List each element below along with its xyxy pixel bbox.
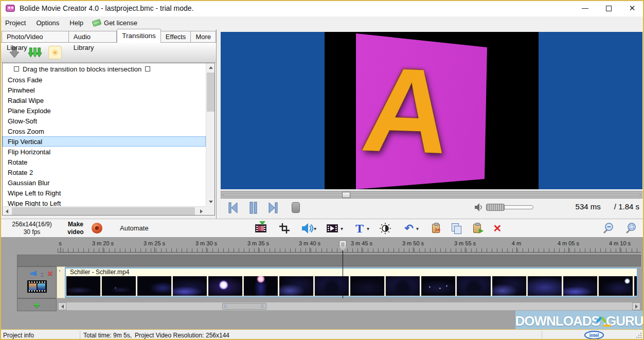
scroll-down-button[interactable]	[206, 198, 215, 206]
blue-speaker-icon	[301, 222, 313, 235]
tab-audio-library[interactable]: Audio Library	[69, 31, 117, 42]
clip-thumbnail	[563, 276, 597, 296]
maximize-button[interactable]	[597, 0, 620, 16]
automate-button[interactable]: Automate	[120, 224, 149, 232]
remove-track-icon[interactable]: ✕	[47, 270, 53, 277]
delete-button[interactable]: ✕	[491, 222, 504, 235]
ruler-label: 3 m 50 s	[402, 240, 424, 246]
add-text-button[interactable]: T	[353, 222, 366, 235]
triple-green-arrows-icon	[28, 46, 42, 59]
menu-help[interactable]: Help	[64, 16, 88, 29]
next-frame-button[interactable]	[267, 201, 280, 214]
previous-frame-button[interactable]	[226, 201, 239, 214]
transition-item[interactable]: Gaussian Blur	[3, 177, 206, 188]
crop-icon	[279, 223, 290, 234]
volume-knob[interactable]	[486, 204, 505, 211]
ruler-label: 4 m	[512, 240, 521, 246]
tab-photo-video-library[interactable]: Photo/Video Library	[2, 31, 69, 42]
transition-item[interactable]: Radial Wipe	[3, 95, 206, 105]
clip-volume-dropdown[interactable]: ▾	[314, 226, 316, 231]
tab-effects[interactable]: Effects	[161, 31, 191, 42]
record-button[interactable]	[92, 223, 102, 234]
vertical-scrollbar[interactable]	[206, 63, 214, 206]
ruler-label: 3 m 30 s	[195, 240, 217, 246]
clip-thumbnail	[137, 276, 171, 296]
transition-item[interactable]: Flip Vertical	[3, 136, 206, 147]
split-clip-button[interactable]	[254, 222, 267, 235]
ruler-label: s	[59, 240, 62, 246]
resize-grip[interactable]	[640, 337, 641, 338]
menu-project[interactable]: Project	[0, 16, 31, 29]
scroll-right-button[interactable]	[197, 207, 206, 216]
time-display: 534 ms / 1.84 s	[576, 202, 639, 211]
timeline-scrollbar[interactable]	[58, 302, 641, 311]
get-license-button[interactable]: Get license	[88, 19, 141, 27]
transition-item[interactable]: Wipe Left to Right	[3, 188, 206, 198]
horizontal-scroll-thumb[interactable]	[12, 207, 195, 215]
minimize-button[interactable]	[573, 0, 597, 16]
time-total: / 1.84 s	[614, 202, 639, 211]
clip-thumbnail	[350, 276, 384, 296]
tab-more[interactable]: More	[191, 31, 216, 42]
track-type-filmstrip-icon	[27, 280, 47, 293]
add-track-button[interactable]: +	[34, 300, 40, 310]
random-transition-button[interactable]: ✳	[48, 46, 62, 59]
resolution-value: 256x144	[206, 332, 229, 339]
resolution-label: Project Video Resolution:	[135, 332, 204, 339]
undo-icon: ↶	[404, 222, 414, 235]
ruler-baseline	[58, 252, 641, 253]
brightness-contrast-button[interactable]	[379, 222, 392, 235]
close-button[interactable]: ✕	[620, 0, 644, 16]
clip-effects-dropdown[interactable]: ▾	[341, 226, 343, 231]
vertical-scroll-thumb[interactable]	[207, 73, 214, 112]
list-hint-text: Drag the transition to blocks intersecti…	[23, 65, 141, 73]
track-speaker-icon[interactable]	[30, 270, 37, 277]
transition-item[interactable]: Cross Zoom	[3, 126, 206, 136]
seek-thumb[interactable]	[342, 192, 350, 198]
downloads-guru-watermark: DOWNLOADS .GURU	[515, 311, 643, 329]
resolution-text: 256x144(16/9)	[4, 221, 60, 228]
transition-item[interactable]: Flip Horizontal	[3, 147, 206, 157]
video-clip[interactable]: Schiller - Schiller.mp4	[65, 267, 638, 297]
block-icon	[145, 66, 150, 71]
status-bar: Project info Total time: 9m 5s, Project …	[0, 329, 644, 340]
clip-volume-button[interactable]	[300, 222, 314, 235]
pause-button[interactable]	[246, 201, 260, 214]
cut-button[interactable]: ✂	[429, 222, 442, 235]
timeline-scroll-right-button[interactable]	[632, 302, 640, 310]
transition-item[interactable]: Glow-Soft	[3, 116, 206, 126]
menu-options[interactable]: Options	[31, 16, 64, 29]
crop-button[interactable]	[278, 222, 291, 235]
video-preview: A	[221, 32, 642, 189]
mute-button[interactable]	[474, 203, 483, 214]
undo-button[interactable]: ↶	[402, 222, 416, 235]
scroll-up-button[interactable]	[206, 63, 215, 72]
make-video-button[interactable]: Make video	[61, 221, 91, 236]
transition-item[interactable]: Cross Fade	[3, 75, 206, 85]
transition-item[interactable]: Plane Explode	[3, 105, 206, 116]
undo-dropdown[interactable]: ▾	[416, 226, 419, 231]
paste-button[interactable]	[470, 222, 484, 235]
collapse-track-chevrons-icon[interactable]: ⌄⌄	[40, 271, 44, 276]
zoom-fit-button[interactable]	[624, 222, 638, 235]
volume-slider[interactable]	[486, 204, 533, 211]
zoom-fit-icon	[625, 222, 637, 235]
timeline-scroll-thumb[interactable]	[222, 303, 266, 310]
scroll-left-button[interactable]	[3, 207, 11, 216]
horizontal-scrollbar[interactable]	[3, 206, 206, 215]
transition-item[interactable]: Wipe Right to Left	[3, 198, 206, 206]
transition-item[interactable]: Pinwheel	[3, 85, 206, 95]
copy-button[interactable]	[450, 222, 463, 235]
speaker-icon	[474, 203, 483, 212]
transition-item[interactable]: Rotate	[3, 157, 206, 167]
clip-effects-button[interactable]	[326, 222, 339, 235]
preview-seekbar[interactable]	[221, 191, 642, 199]
stop-button[interactable]	[292, 202, 300, 213]
add-transition-everywhere-button[interactable]	[28, 45, 42, 60]
tab-transitions[interactable]: Transitions	[117, 29, 161, 43]
title-bar: Bolide Movie Creator 4.0 - lastproject.b…	[0, 0, 644, 16]
add-text-dropdown[interactable]: ▾	[367, 226, 369, 231]
timeline-scroll-left-button[interactable]	[58, 302, 66, 310]
zoom-out-button[interactable]	[602, 222, 615, 235]
transition-item[interactable]: Rotate 2	[3, 167, 206, 177]
